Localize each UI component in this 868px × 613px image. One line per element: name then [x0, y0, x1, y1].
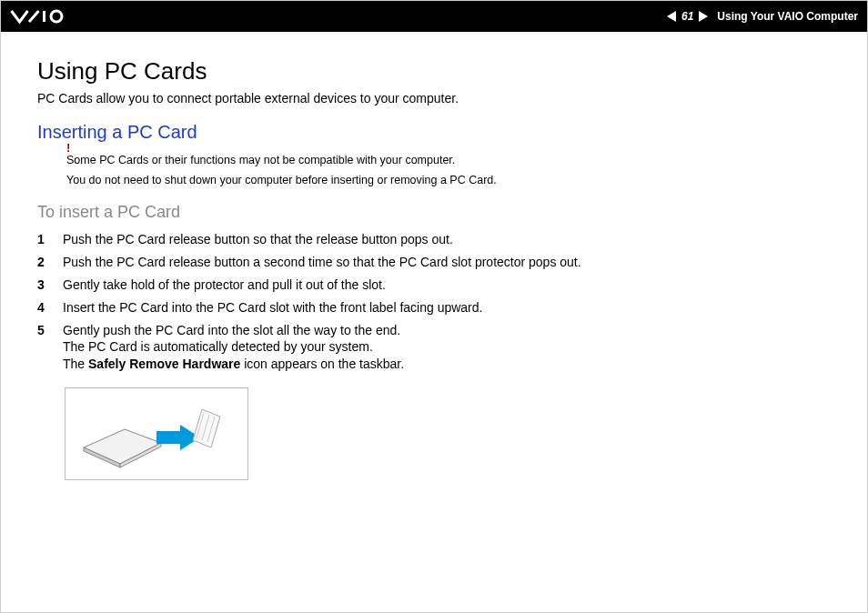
page-number: 61 — [681, 10, 693, 23]
step-number: 3 — [37, 276, 50, 294]
breadcrumb: Using Your VAIO Computer — [717, 10, 858, 23]
section-heading: Inserting a PC Card — [37, 122, 831, 143]
insert-card-illustration — [65, 387, 248, 480]
warning-note: You do not need to shut down your comput… — [37, 174, 831, 186]
next-page-arrow-icon[interactable] — [699, 11, 708, 22]
step-item: 1 Push the PC Card release button so tha… — [37, 231, 831, 248]
warning-notes: ! Some PC Cards or their functions may n… — [37, 154, 831, 186]
step-item: 5 Gently push the PC Card into the slot … — [37, 322, 831, 374]
page-content: Using PC Cards PC Cards allow you to con… — [1, 32, 867, 498]
step-item: 4 Insert the PC Card into the PC Card sl… — [37, 299, 831, 317]
step-text: Gently take hold of the protector and pu… — [63, 276, 386, 294]
step-number: 5 — [37, 322, 50, 374]
note-text: You do not need to shut down your comput… — [66, 174, 497, 186]
header-nav: 61 Using Your VAIO Computer — [667, 10, 858, 23]
svg-point-1 — [51, 11, 62, 22]
step-text: Push the PC Card release button so that … — [63, 231, 453, 248]
steps-list: 1 Push the PC Card release button so tha… — [37, 231, 831, 373]
step-text: Insert the PC Card into the PC Card slot… — [63, 299, 482, 317]
prev-page-arrow-icon[interactable] — [667, 11, 676, 22]
svg-marker-2 — [84, 429, 161, 464]
step-number: 4 — [37, 299, 50, 317]
vaio-logo — [10, 8, 92, 25]
top-bar: 61 Using Your VAIO Computer — [1, 1, 867, 32]
procedure-heading: To insert a PC Card — [37, 203, 831, 222]
svg-marker-7 — [193, 409, 220, 447]
document-page: 61 Using Your VAIO Computer Using PC Car… — [0, 0, 868, 613]
warning-note: ! Some PC Cards or their functions may n… — [37, 154, 831, 166]
step-item: 3 Gently take hold of the protector and … — [37, 276, 831, 294]
step-number: 1 — [37, 231, 50, 248]
intro-text: PC Cards allow you to connect portable e… — [37, 91, 831, 106]
page-title: Using PC Cards — [37, 57, 831, 85]
note-text: Some PC Cards or their functions may not… — [66, 154, 455, 166]
svg-rect-5 — [156, 431, 180, 444]
step-text: Gently push the PC Card into the slot al… — [63, 322, 404, 374]
step-item: 2 Push the PC Card release button a seco… — [37, 254, 831, 271]
step-number: 2 — [37, 254, 50, 271]
warning-icon: ! — [66, 141, 70, 155]
step-text: Push the PC Card release button a second… — [63, 254, 581, 271]
svg-rect-0 — [43, 11, 45, 22]
